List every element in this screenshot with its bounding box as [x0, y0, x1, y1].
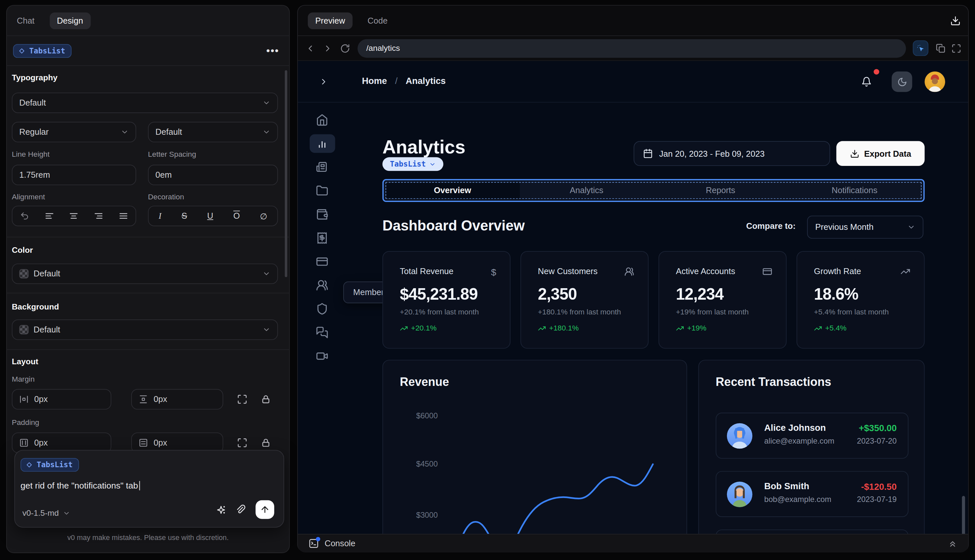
strikethrough-icon[interactable]: S [182, 211, 187, 220]
chevron-down-icon [907, 223, 915, 231]
stat-card-total-revenue: Total Revenue $ $45,231.89 +20.1% from l… [382, 251, 511, 349]
chevron-down-icon [262, 325, 270, 334]
overline-icon[interactable]: O [233, 211, 240, 220]
date-range-button[interactable]: Jan 20, 2023 - Feb 09, 2023 [633, 141, 830, 166]
console-bar[interactable]: Console [298, 534, 968, 552]
sidebar-item-analytics[interactable] [309, 134, 335, 153]
composer-component-chip[interactable]: TabsList [21, 458, 79, 472]
padding-label: Padding [12, 418, 39, 427]
panel-header: Chat Design [7, 5, 289, 36]
tab-overview[interactable]: Overview [386, 182, 519, 199]
background-select[interactable]: Default [12, 319, 278, 340]
undo-icon[interactable] [20, 211, 29, 220]
back-icon[interactable] [306, 43, 315, 53]
diamond-icon [18, 47, 26, 55]
url-input[interactable]: /analytics [357, 39, 906, 57]
copy-icon[interactable] [936, 43, 946, 53]
background-swatch-icon [19, 325, 28, 334]
chevrons-up-icon[interactable] [948, 538, 958, 548]
sidebar-toggle-icon[interactable] [319, 77, 328, 86]
tab-design[interactable]: Design [50, 12, 90, 29]
compare-select[interactable]: Previous Month [807, 216, 923, 239]
no-decoration-icon[interactable]: ∅ [260, 211, 267, 221]
component-selection-chip[interactable]: TabsList [382, 157, 443, 171]
font-size-select[interactable]: Default [148, 122, 278, 142]
breadcrumb: Home / Analytics [362, 76, 446, 85]
align-right-icon[interactable] [94, 211, 103, 220]
margin-x-input[interactable]: 0px [12, 389, 111, 410]
breadcrumb-separator: / [395, 76, 397, 85]
transaction-avatar [727, 423, 753, 449]
refresh-icon[interactable] [340, 43, 350, 53]
forward-icon[interactable] [323, 43, 333, 53]
margin-expand-icon[interactable] [237, 394, 247, 405]
transaction-row[interactable]: Bob Smith bob@example.com -$120.50 2023-… [716, 471, 909, 517]
preview-scrollbar[interactable] [962, 496, 965, 534]
bell-icon[interactable] [861, 77, 871, 87]
panel-scrollbar[interactable] [285, 70, 287, 277]
tab-analytics[interactable]: Analytics [520, 182, 653, 199]
video-icon[interactable] [316, 350, 328, 362]
sparkles-icon[interactable] [216, 505, 226, 515]
line-height-input[interactable]: 1.75rem [12, 165, 136, 185]
color-select[interactable]: Default [12, 263, 278, 284]
margin-lock-icon[interactable] [260, 394, 271, 405]
breadcrumb-home[interactable]: Home [362, 76, 387, 85]
send-button[interactable] [255, 500, 274, 519]
credit-card-icon[interactable] [316, 255, 328, 268]
preview-header: Preview Code [298, 5, 968, 36]
text-cursor [139, 481, 140, 490]
align-justify-icon[interactable] [119, 211, 128, 220]
security-icon[interactable] [316, 303, 328, 315]
decoration-label: Decoration [148, 193, 184, 202]
preview-viewport: Home / Analytics [298, 61, 968, 534]
tab-reports[interactable]: Reports [653, 182, 787, 199]
home-icon[interactable] [316, 114, 328, 126]
arrow-up-icon [260, 505, 270, 515]
tab-preview[interactable]: Preview [308, 12, 352, 29]
user-avatar[interactable] [925, 72, 945, 92]
messages-icon[interactable] [316, 326, 328, 339]
receipt-icon[interactable] [316, 232, 328, 244]
calendar-icon [643, 148, 653, 158]
export-data-button[interactable]: Export Data [836, 141, 925, 166]
trending-up-icon [900, 267, 910, 277]
credit-card-icon [762, 267, 772, 277]
selection-bar: TabsList ••• [7, 36, 289, 66]
users-icon [624, 267, 634, 277]
padding-lock-icon[interactable] [260, 437, 271, 448]
transaction-row[interactable]: Alice Johnson alice@example.com +$350.00… [716, 413, 909, 459]
align-center-icon[interactable] [69, 211, 78, 220]
italic-icon[interactable]: I [159, 211, 162, 221]
folder-icon[interactable] [316, 185, 328, 197]
fullscreen-icon[interactable] [952, 43, 961, 53]
members-icon[interactable] [316, 279, 328, 292]
trending-up-icon [400, 324, 408, 332]
wallet-icon[interactable] [316, 208, 328, 221]
invoices-icon[interactable] [316, 161, 328, 173]
model-select[interactable]: v0-1.5-md [19, 506, 74, 520]
letter-spacing-input[interactable]: 0em [148, 165, 278, 185]
chat-composer[interactable]: TabsList get rid of the "notifications" … [15, 450, 284, 528]
moon-icon [897, 77, 907, 87]
typography-section-label: Typography [12, 73, 57, 82]
align-left-icon[interactable] [45, 211, 54, 220]
tab-chat[interactable]: Chat [17, 16, 35, 25]
inspect-cursor-button[interactable] [913, 40, 928, 56]
selected-component-badge[interactable]: TabsList [13, 44, 72, 58]
more-menu-icon[interactable]: ••• [266, 45, 279, 57]
margin-vertical-icon [139, 395, 148, 404]
font-select[interactable]: Default [12, 92, 278, 113]
stat-card-active-accounts: Active Accounts 12,234 +19% from last mo… [658, 251, 786, 349]
margin-y-input[interactable]: 0px [131, 389, 224, 410]
paperclip-icon[interactable] [235, 505, 246, 515]
download-icon[interactable] [950, 15, 960, 26]
prompt-input[interactable]: get rid of the "notifications" tab [21, 480, 140, 490]
padding-expand-icon[interactable] [237, 437, 247, 448]
theme-toggle-button[interactable] [892, 72, 912, 92]
underline-icon[interactable]: U [207, 211, 213, 220]
tab-notifications[interactable]: Notifications [788, 182, 922, 199]
tab-code[interactable]: Code [367, 16, 387, 25]
font-weight-select[interactable]: Regular [12, 122, 136, 142]
notification-dot [874, 69, 879, 75]
